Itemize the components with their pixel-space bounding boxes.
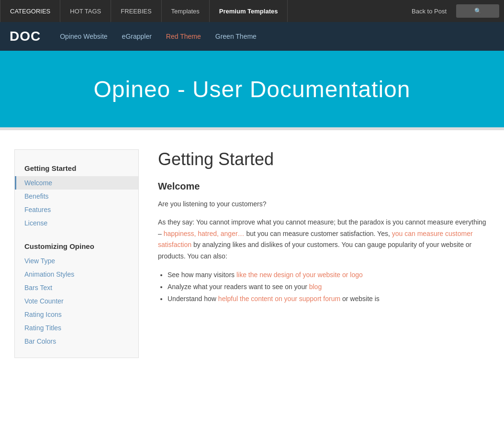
list-item-1: See how many visitors like the new desig… (168, 269, 490, 281)
sidebar-section-customizing: Customizing Opineo (15, 237, 138, 254)
search-button[interactable]: 🔍 (456, 4, 499, 18)
nav-green-theme[interactable]: Green Theme (215, 33, 257, 40)
top-navigation[interactable]: CATEGORIES HOT TAGS FREEBIES Templates P… (0, 0, 504, 22)
list-item-3-text: Understand how (168, 295, 218, 303)
sidebar-section-getting-started: Getting Started (15, 159, 138, 176)
list-item-3: Understand how helpful the content on yo… (168, 293, 490, 305)
list-item-1-link[interactable]: like the new design of your website or l… (236, 271, 363, 279)
nav-back-to-post[interactable]: Back to Post (402, 0, 456, 22)
sidebar-rating-titles[interactable]: Rating Titles (15, 321, 138, 335)
site-logo: DOC (10, 29, 41, 44)
sidebar-spacer (15, 230, 138, 237)
sidebar-license[interactable]: License (15, 216, 138, 230)
nav-premium-templates[interactable]: Premium Templates (210, 0, 288, 22)
list-item-3-text-end: or website is (340, 295, 380, 303)
body-text-end: by analyzing likes and dislikes of your … (158, 241, 471, 260)
article-content: Getting Started Welcome Are you listenin… (158, 149, 490, 358)
secondary-navigation: DOC Opineo Website eGrappler Red Theme G… (0, 22, 504, 51)
body-paragraph-1: As they say: You cannot improve what you… (158, 217, 490, 262)
sidebar-rating-icons[interactable]: Rating Icons (15, 308, 138, 321)
sidebar-vote-counter[interactable]: Vote Counter (15, 294, 138, 308)
sidebar-welcome[interactable]: Welcome (15, 176, 138, 190)
list-item-3-link[interactable]: helpful the content on your support foru… (218, 295, 340, 303)
nav-freebies[interactable]: FREEBIES (111, 0, 161, 22)
content-list: See how many visitors like the new desig… (168, 269, 490, 305)
list-item-2-link[interactable]: blog (309, 283, 322, 291)
list-item-2: Analyze what your readers want to see on… (168, 281, 490, 293)
sidebar-animation-styles[interactable]: Animation Styles (15, 268, 138, 281)
body-text-mid: but you can measure customer satisfactio… (245, 230, 392, 237)
list-item-2-text: Analyze what your readers want to see on… (168, 283, 309, 291)
sidebar: Getting Started Welcome Benefits Feature… (14, 149, 139, 358)
intro-paragraph: Are you listening to your customers? (158, 199, 490, 210)
sidebar-bar-colors[interactable]: Bar Colors (15, 335, 138, 348)
nav-hot-tags[interactable]: HOT TAGS (60, 0, 111, 22)
main-content-area: Getting Started Welcome Benefits Feature… (0, 130, 504, 377)
nav-egrappler[interactable]: eGrappler (122, 33, 152, 40)
sidebar-bars-text[interactable]: Bars Text (15, 281, 138, 294)
nav-red-theme[interactable]: Red Theme (166, 33, 201, 40)
page-title: Getting Started (158, 149, 490, 169)
sidebar-benefits[interactable]: Benefits (15, 190, 138, 203)
sidebar-view-type[interactable]: View Type (15, 254, 138, 268)
hero-title: Opineo - User Documentation (94, 76, 411, 102)
nav-categories[interactable]: CATEGORIES (0, 0, 60, 22)
sidebar-features[interactable]: Features (15, 203, 138, 216)
hero-banner: Opineo - User Documentation (0, 51, 504, 127)
intro-text: Are you listening to your customers? (158, 200, 266, 208)
body-link-happiness[interactable]: happiness, hatred, anger… (164, 230, 245, 237)
nav-templates[interactable]: Templates (162, 0, 210, 22)
nav-opineo-website[interactable]: Opineo Website (60, 33, 107, 40)
list-item-1-text: See how many visitors (168, 271, 236, 279)
welcome-section-title: Welcome (158, 181, 490, 192)
